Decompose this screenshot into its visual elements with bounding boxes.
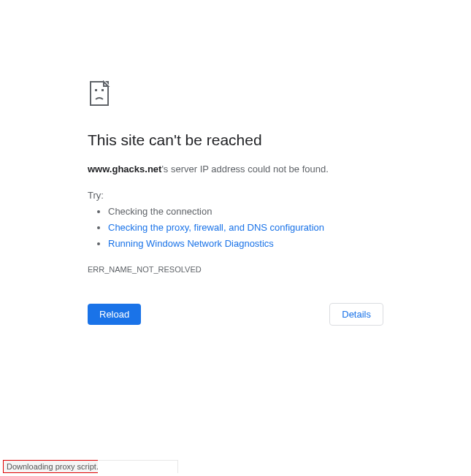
- error-subtitle-suffix: 's server IP address could not be found.: [161, 164, 328, 174]
- suggestions-list: Checking the connection Checking the pro…: [88, 204, 383, 252]
- error-page-container: This site can't be reached www.ghacks.ne…: [0, 0, 471, 326]
- suggestion-text: Checking the connection: [108, 206, 212, 217]
- list-item: Checking the proxy, firewall, and DNS co…: [108, 220, 383, 236]
- try-label: Try:: [88, 190, 383, 201]
- suggestion-link-diagnostics[interactable]: Running Windows Network Diagnostics: [108, 238, 274, 249]
- svg-rect-2: [102, 89, 104, 91]
- suggestion-link-proxy[interactable]: Checking the proxy, firewall, and DNS co…: [108, 222, 324, 233]
- error-hostname: www.ghacks.net: [88, 164, 161, 174]
- details-button[interactable]: Details: [329, 303, 383, 326]
- error-title: This site can't be reached: [88, 131, 383, 149]
- status-bar-extension: [98, 460, 178, 473]
- status-bar: Downloading proxy script...: [3, 460, 107, 473]
- error-subtitle: www.ghacks.net's server IP address could…: [88, 162, 383, 177]
- list-item: Checking the connection: [108, 204, 383, 220]
- error-code: ERR_NAME_NOT_RESOLVED: [88, 265, 383, 274]
- sad-page-icon: [88, 80, 383, 110]
- svg-rect-1: [95, 89, 97, 91]
- button-row: Reload Details: [88, 303, 383, 326]
- list-item: Running Windows Network Diagnostics: [108, 236, 383, 252]
- reload-button[interactable]: Reload: [88, 304, 141, 325]
